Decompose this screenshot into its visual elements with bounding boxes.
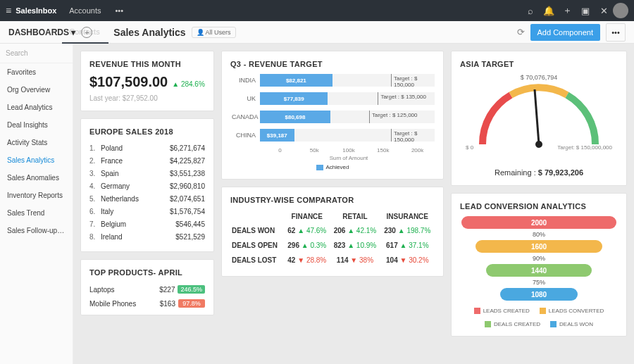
card-title: TOP PRODUCTS- APRIL: [89, 268, 205, 277]
page-title: Sales Analytics: [113, 27, 185, 38]
legend-item: LEADS CREATED: [474, 308, 530, 314]
table-row: Laptops$227246.5%: [89, 282, 205, 296]
asia-target-card: ASIA TARGET $ 70,076,794 $ 0Target: $ 15…: [451, 51, 627, 186]
table-row: 6.Italy$1,576,754: [89, 205, 205, 218]
sidebar-item[interactable]: Sales Trend: [0, 204, 73, 222]
table-row: Mobile Phones$16397.8%: [89, 296, 205, 310]
nav-more[interactable]: •••: [108, 0, 131, 21]
sidebar-item[interactable]: Deal Insights: [0, 116, 73, 134]
more-menu-button[interactable]: •••: [606, 23, 626, 42]
bell-icon[interactable]: 🔔: [540, 0, 558, 21]
q3-row: CHINA$39,187Target : $ 150,000: [232, 129, 435, 142]
sidebar: Search FavoritesOrg OverviewLead Analyti…: [0, 44, 73, 364]
sidebar-item[interactable]: Lead Analytics: [0, 99, 73, 116]
funnel-bar: 1080: [500, 288, 578, 301]
funnel-bar: 1600: [476, 240, 602, 253]
revenue-trend: ▲ 284.6%: [172, 80, 205, 88]
content: REVENUE THIS MONTH $107,509.00 ▲ 284.6% …: [73, 44, 634, 364]
table-row: 2.France$4,225,827: [89, 154, 205, 167]
table-row: 7.Belgium$546,445: [89, 218, 205, 230]
table-row: DEALS LOST42 ▼ 28.8%114 ▼ 38%104 ▼ 30.2%: [230, 253, 435, 268]
brand-name: SalesInbox: [15, 6, 56, 15]
europe-sales-card: EUROPE SALES 2018 1.Poland$6,271,6742.Fr…: [80, 118, 214, 252]
all-users-filter[interactable]: 👤 All Users: [192, 27, 236, 38]
sidebar-item[interactable]: Activity Stats: [0, 134, 73, 151]
legend-item: LEADS CONVERTED: [540, 308, 604, 314]
avatar[interactable]: [613, 3, 628, 18]
q3-legend: Achieved: [230, 164, 435, 170]
gauge-min: $ 0: [466, 144, 473, 151]
funnel-bar: 1440: [486, 264, 592, 277]
sidebar-item[interactable]: Sales Anomalies: [0, 169, 73, 187]
q3-row: UK$77,839Target : $ 135,000: [232, 92, 435, 105]
q3-xlabel: Sum of Amount: [230, 155, 435, 161]
search-icon[interactable]: ⌕: [521, 0, 540, 21]
svg-line-0: [535, 89, 539, 144]
tools-icon[interactable]: ✕: [595, 0, 613, 21]
table-row: 1.Poland$6,271,674: [89, 142, 205, 154]
calendar-icon[interactable]: ▣: [576, 0, 595, 21]
table-row: 8.Ireland$521,529: [89, 230, 205, 243]
card-title: Q3 - REVENUE TARGET: [230, 60, 435, 68]
table-row: 4.Germany$2,960,810: [89, 180, 205, 192]
card-title: EUROPE SALES 2018: [89, 127, 205, 136]
table-row: 5.Netherlands$2,074,651: [89, 192, 205, 205]
q3-row: CANADA$80,698Target : $ 125,000: [232, 111, 435, 123]
funnel-rate: 90%: [533, 255, 545, 262]
funnel-bar: 2000: [461, 216, 616, 229]
topbar: ≡ SalesInbox HomeFeedsLeadsAccountsConta…: [0, 0, 634, 21]
revenue-last-year: Last year: $27,952.00: [89, 94, 205, 102]
gauge-max: Target: $ 150,000,000: [557, 144, 612, 151]
card-title: LEAD CONVERSION ANALYTICS: [460, 202, 618, 211]
sidebar-item[interactable]: Sales Analytics: [0, 151, 73, 169]
card-title: ASIA TARGET: [460, 60, 618, 68]
add-component-button[interactable]: Add Component: [530, 24, 601, 41]
table-row: DEALS OPEN296 ▲ 0.3%823 ▲ 10.9%617 ▲ 37.…: [230, 238, 435, 253]
sidebar-item[interactable]: Sales Follow-up T…: [0, 222, 73, 239]
funnel-rate: 80%: [533, 231, 545, 238]
lead-conversion-card: LEAD CONVERSION ANALYTICS 200080%160090%…: [451, 193, 627, 337]
dashboards-dropdown[interactable]: DASHBOARDS ▾: [8, 27, 75, 37]
sidebar-item[interactable]: Favorites: [0, 63, 73, 81]
card-title: INDUSTRY-WISE COMPARATOR: [230, 196, 435, 204]
revenue-amount: $107,509.00: [89, 74, 168, 90]
plus-icon[interactable]: ＋: [558, 0, 576, 21]
table-row: 3.Spain$3,551,238: [89, 167, 205, 180]
industry-comparator-card: INDUSTRY-WISE COMPARATOR FINANCERETAILIN…: [221, 187, 444, 277]
table-row: DEALS WON62 ▲ 47.6%206 ▲ 42.1%230 ▲ 198.…: [230, 223, 435, 238]
gauge-top-value: $ 70,076,794: [521, 74, 558, 81]
hamburger-icon[interactable]: ≡: [6, 5, 11, 16]
sidebar-search[interactable]: Search: [0, 44, 73, 63]
nav-accounts[interactable]: Accounts: [62, 0, 108, 21]
sidebar-item[interactable]: Org Overview: [0, 81, 73, 99]
q3-row: INDIA$82,821Target : $ 150,000: [232, 74, 435, 87]
asia-gauge: $ 70,076,794 $ 0Target: $ 150,000,000: [460, 74, 618, 165]
q3-revenue-card: Q3 - REVENUE TARGET INDIA$82,821Target :…: [221, 51, 444, 180]
asia-remaining: Remaining : $ 79,923,206: [460, 168, 618, 177]
funnel-rate: 75%: [533, 279, 545, 286]
revenue-card: REVENUE THIS MONTH $107,509.00 ▲ 284.6% …: [80, 51, 214, 111]
card-title: REVENUE THIS MONTH: [89, 60, 205, 68]
legend-item: DEALS WON: [550, 321, 593, 327]
add-dashboard-button[interactable]: +: [81, 27, 92, 38]
top-products-card: TOP PRODUCTS- APRIL Laptops$227246.5%Mob…: [80, 259, 214, 315]
sidebar-item[interactable]: Inventory Reports: [0, 187, 73, 204]
legend-item: DEALS CREATED: [485, 321, 540, 327]
refresh-icon[interactable]: ⟳: [517, 27, 525, 37]
